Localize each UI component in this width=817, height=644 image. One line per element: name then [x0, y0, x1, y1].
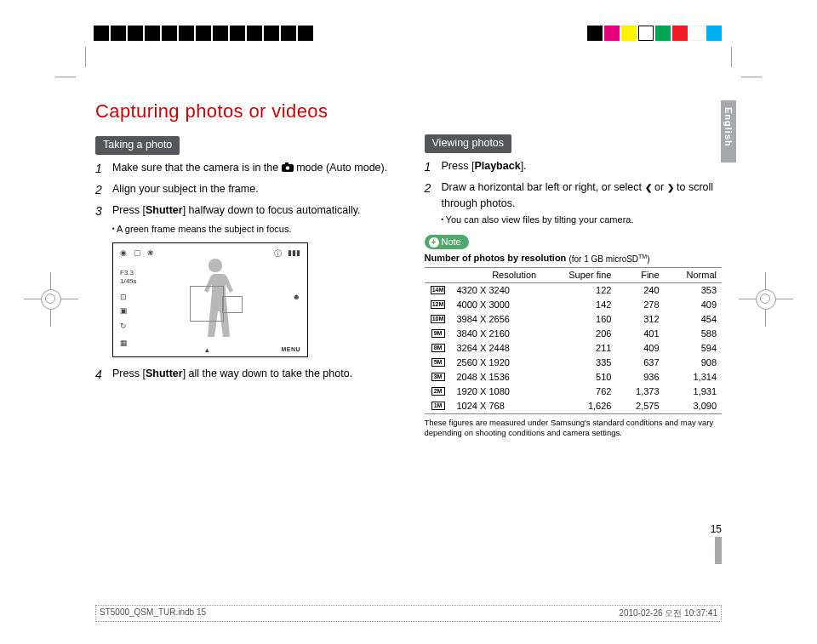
table-row: 2M1920 X 10807621,3731,931 — [425, 385, 723, 399]
mode-icon: ◉ — [120, 248, 127, 257]
page-title: Capturing photos or videos — [95, 100, 399, 123]
svg-rect-1 — [285, 162, 289, 165]
table-footnote: These figures are measured under Samsung… — [425, 418, 723, 439]
aperture-text: F3.3 — [120, 269, 134, 276]
shutter-text: 1/45s — [120, 277, 137, 285]
chevron-left-icon: ❮ — [645, 183, 652, 192]
footer-timestamp: 2010-02-26 오전 10:37:41 — [619, 607, 717, 619]
table-row: 12M4000 X 3000142278409 — [425, 298, 723, 312]
page-number: 15 — [711, 523, 722, 535]
resolution-table: Resolution Super fine Fine Normal 14M432… — [425, 267, 723, 414]
step-2: 2 Align your subject in the frame. — [95, 181, 399, 199]
page-number-block: 15 — [711, 523, 722, 567]
timer-icon: ↻ — [120, 322, 127, 330]
camera-lcd-diagram: F3.3 1/45s ◉ ▢ ❀ ⓘ ▮▮▮ ⊡ ▣ ↻ ▦ ☻ MENU ▴ — [112, 242, 308, 357]
page-tab-bar — [715, 537, 722, 564]
table-row: 10M3984 X 2656160312454 — [425, 312, 723, 327]
section-badge-viewing: Viewing photos — [425, 134, 512, 153]
view-step-2: 2 Draw a horizontal bar left or right, o… — [425, 180, 723, 212]
note-badge: +Note — [425, 235, 469, 249]
crop-mark — [726, 47, 762, 83]
color-calibration-bar — [94, 26, 723, 41]
crop-mark — [55, 47, 91, 83]
registration-target — [756, 289, 776, 310]
chevron-right-icon: ❯ — [667, 183, 674, 192]
face-icon: ☻ — [293, 293, 300, 301]
step-3-note: A green frame means the subject in focus… — [112, 224, 399, 234]
language-tab: English — [721, 100, 736, 162]
size-icon: ▢ — [134, 248, 141, 257]
gallery-icon: ▦ — [120, 339, 128, 347]
table-row: 8M3264 X 2448211409594 — [425, 341, 723, 356]
focus-icon: ⊡ — [120, 293, 127, 301]
up-arrow-icon: ▴ — [205, 345, 209, 354]
table-title: Number of photos by resolution (for 1 GB… — [425, 253, 723, 263]
section-badge-taking: Taking a photo — [95, 136, 180, 155]
view-step-1: 1 Press [Playback]. — [425, 158, 723, 176]
flower-icon: ❀ — [147, 248, 154, 257]
plus-icon: + — [429, 237, 439, 248]
step-4: 4 Press [Shutter] all the way down to ta… — [95, 366, 399, 384]
table-row: 9M3840 X 2160206401588 — [425, 327, 723, 341]
camera-icon — [282, 162, 294, 172]
table-row: 3M2048 X 15365109361,314 — [425, 370, 723, 385]
info-icon: ⓘ — [274, 248, 282, 259]
table-row: 1M1024 X 7681,6262,5753,090 — [425, 399, 723, 414]
table-row: 5M2560 X 1920335637908 — [425, 356, 723, 370]
footer-filename: ST5000_QSM_TUR.indb 15 — [100, 607, 206, 619]
print-footer: ST5000_QSM_TUR.indb 15 2010-02-26 오전 10:… — [95, 605, 722, 622]
menu-label: MENU — [281, 346, 300, 352]
step-1: 1 Make sure that the camera is in the mo… — [95, 160, 399, 178]
table-row: 14M4320 X 3240122240353 — [425, 282, 723, 298]
view-step-2-note: You can also view files by tilting your … — [442, 214, 723, 225]
svg-point-2 — [286, 166, 289, 169]
step-3: 3 Press [Shutter] halfway down to focus … — [95, 202, 399, 220]
battery-icon: ▮▮▮ — [288, 248, 300, 257]
registration-target — [41, 289, 61, 310]
af-icon: ▣ — [120, 306, 128, 315]
